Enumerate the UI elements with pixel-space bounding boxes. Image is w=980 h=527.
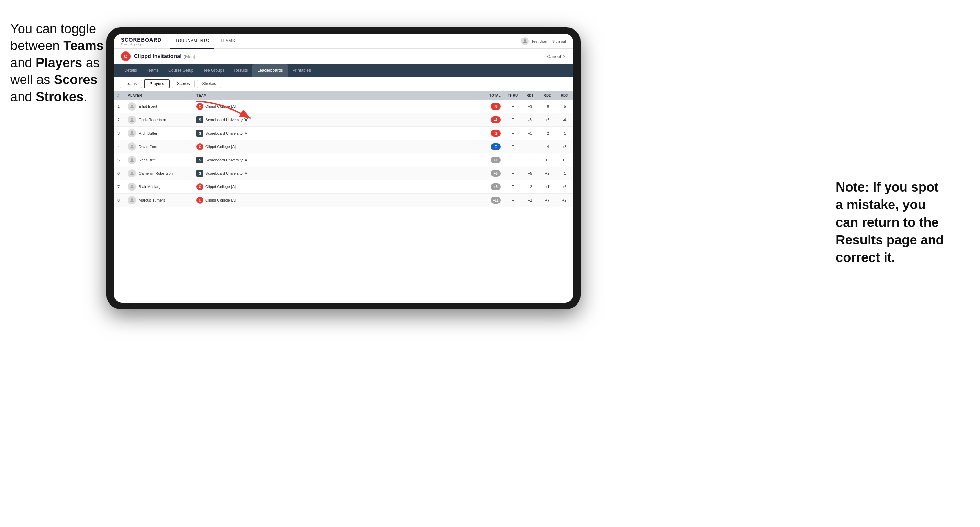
cell-rd2: +5 [539, 113, 556, 127]
tournament-title: Clippd Invitational [134, 53, 182, 59]
cell-team: CClippd College [A] [193, 194, 480, 207]
cell-rd2: -4 [539, 140, 556, 154]
col-rank: # [114, 91, 124, 100]
user-avatar [521, 37, 529, 45]
cancel-button[interactable]: Cancel ✕ [547, 54, 566, 59]
cell-rd2: -2 [539, 127, 556, 140]
cell-rank: 5 [114, 154, 124, 167]
tournament-header: C Clippd Invitational (Men) Cancel ✕ [114, 49, 573, 64]
cell-team: CClippd College [A] [193, 180, 480, 194]
cell-rd3: +3 [556, 140, 573, 154]
cell-rd2: +1 [539, 180, 556, 194]
team-name: Clippd College [A] [205, 104, 235, 108]
cell-total: +1 [480, 154, 504, 167]
sign-out-link[interactable]: Sign out [552, 39, 566, 43]
score-badge: -2 [490, 130, 501, 137]
player-avatar [128, 169, 136, 178]
cell-team: SScoreboard University [A] [193, 154, 480, 167]
col-player: PLAYER [124, 91, 193, 100]
toggle-row: Teams Players Scores Strokes [114, 76, 573, 91]
player-avatar [128, 129, 136, 137]
tab-teams[interactable]: Teams [142, 64, 164, 76]
player-avatar [128, 116, 136, 124]
team-logo: C [196, 143, 204, 150]
team-name: Scoreboard University [A] [205, 158, 248, 162]
team-logo: C [196, 197, 204, 203]
cell-player: Blair McHarg [124, 180, 193, 194]
tab-details[interactable]: Details [119, 64, 142, 76]
cell-rank: 7 [114, 180, 124, 194]
cell-player: Elliot Ebert [124, 100, 193, 113]
score-badge: +8 [490, 183, 501, 190]
team-logo: S [196, 170, 204, 177]
toggle-teams-button[interactable]: Teams [119, 79, 142, 88]
nav-right: Test User | Sign out [521, 37, 566, 45]
cell-total: -4 [480, 113, 504, 127]
cell-rd2: +2 [539, 167, 556, 180]
cell-rd1: -5 [522, 113, 539, 127]
toggle-players-button[interactable]: Players [144, 79, 170, 88]
sub-nav: Details Teams Course Setup Tee Groups Re… [114, 64, 573, 76]
cell-rd2: E [539, 154, 556, 167]
tab-printables[interactable]: Printables [288, 64, 316, 76]
toggle-scores-button[interactable]: Scores [172, 79, 195, 88]
cell-rd1: +3 [522, 100, 539, 113]
cell-player: Marcus Turners [124, 194, 193, 207]
svg-point-4 [131, 145, 133, 147]
tab-tee-groups[interactable]: Tee Groups [198, 64, 229, 76]
col-rd1: RD1 [522, 91, 539, 100]
tab-results[interactable]: Results [229, 64, 253, 76]
table-row: 3Rich ButlerSScoreboard University [A]-2… [114, 127, 573, 140]
player-avatar [128, 196, 136, 204]
cell-rd3: -5 [556, 100, 573, 113]
score-badge: E [490, 143, 501, 150]
cell-rd1: +2 [522, 180, 539, 194]
player-name: Rich Butler [139, 131, 158, 135]
cell-total: E [480, 140, 504, 154]
cell-player: Chris Robertson [124, 113, 193, 127]
cell-total: +11 [480, 194, 504, 207]
cell-thru: F [504, 127, 522, 140]
player-avatar [128, 143, 136, 151]
cell-team: SScoreboard University [A] [193, 113, 480, 127]
player-avatar [128, 102, 136, 111]
svg-point-1 [131, 105, 133, 106]
svg-point-0 [524, 39, 526, 41]
tournament-subtitle: (Men) [184, 54, 196, 59]
user-label: Test User | [531, 39, 549, 43]
cell-rd2: -6 [539, 100, 556, 113]
cell-thru: F [504, 100, 522, 113]
player-name: Chris Robertson [139, 118, 166, 122]
tab-course-setup[interactable]: Course Setup [164, 64, 198, 76]
nav-links: TOURNAMENTS TEAMS [170, 33, 521, 49]
cell-team: SScoreboard University [A] [193, 167, 480, 180]
cell-rd3: +2 [556, 194, 573, 207]
players-table: # PLAYER TEAM TOTAL THRU RD1 RD2 RD3 1El… [114, 91, 573, 207]
cell-team: CClippd College [A] [193, 100, 480, 113]
player-avatar [128, 156, 136, 164]
cell-rd2: +7 [539, 194, 556, 207]
toggle-strokes-button[interactable]: Strokes [197, 79, 221, 88]
svg-point-8 [131, 198, 133, 200]
cell-team: CClippd College [A] [193, 140, 480, 154]
annotation-scores-bold: Scores [54, 73, 97, 87]
team-name: Scoreboard University [A] [205, 118, 248, 122]
left-annotation: You can toggle between Teams and Players… [10, 21, 107, 105]
cell-rd3: -4 [556, 113, 573, 127]
player-name: Elliot Ebert [139, 104, 157, 108]
svg-point-5 [131, 158, 133, 160]
nav-link-teams[interactable]: TEAMS [214, 33, 240, 49]
score-badge: +1 [490, 157, 501, 163]
team-logo: C [196, 183, 204, 190]
table-row: 4David FordCClippd College [A]EF+1-4+3 [114, 140, 573, 154]
tab-leaderboards[interactable]: Leaderboards [253, 64, 288, 76]
cell-rank: 1 [114, 100, 124, 113]
table-row: 8Marcus TurnersCClippd College [A]+11F+2… [114, 194, 573, 207]
logo-text: SCOREBOARD [121, 37, 161, 43]
team-logo: S [196, 157, 204, 163]
tournament-logo: C [121, 51, 130, 61]
nav-link-tournaments[interactable]: TOURNAMENTS [170, 33, 214, 49]
cancel-label: Cancel [547, 54, 561, 59]
table-body: 1Elliot EbertCClippd College [A]-8F+3-6-… [114, 100, 573, 207]
col-rd3: RD3 [556, 91, 573, 100]
